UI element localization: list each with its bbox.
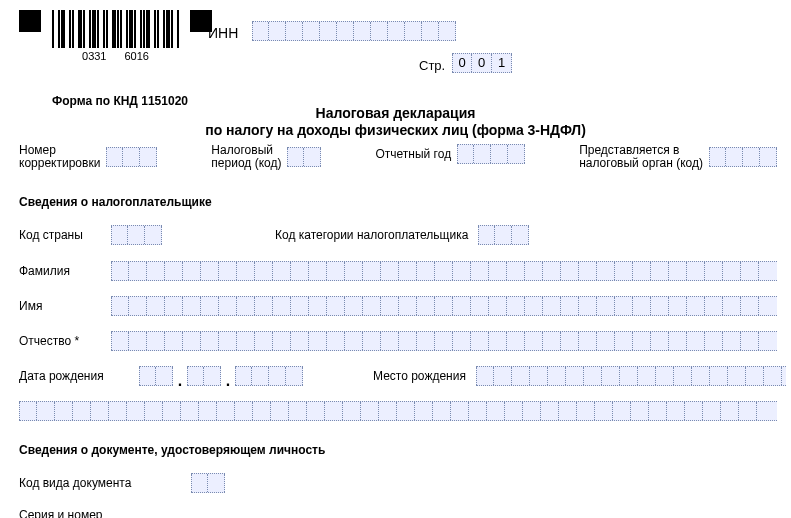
birth-row: Дата рождения . . Место рождения bbox=[19, 366, 786, 386]
surname-label: Фамилия bbox=[19, 264, 111, 278]
report-year-label: Отчетный год bbox=[375, 147, 451, 161]
firstname-row: Имя bbox=[19, 296, 777, 316]
surname-row: Фамилия bbox=[19, 261, 777, 281]
page-digit: 0 bbox=[472, 54, 492, 72]
birth-date-label: Дата рождения bbox=[19, 369, 139, 383]
taxpayer-section-heading: Сведения о налогоплательщике bbox=[19, 195, 212, 209]
birth-place-label: Место рождения bbox=[373, 369, 466, 383]
barcode-left: 0331 bbox=[82, 50, 106, 62]
category-code-row: Код категории налогоплательщика bbox=[275, 225, 529, 245]
top-strip: 0331 6016 bbox=[19, 10, 212, 62]
surname-field[interactable] bbox=[111, 261, 777, 281]
tax-period-label: Налоговый период (код) bbox=[211, 144, 281, 170]
patronymic-row: Отчество * bbox=[19, 331, 777, 351]
country-code-field[interactable] bbox=[111, 225, 162, 245]
correction-label: Номер корректировки bbox=[19, 144, 100, 170]
authority-field[interactable] bbox=[709, 147, 777, 167]
tax-period-label-l2: период (код) bbox=[211, 157, 281, 170]
doc-code-field[interactable] bbox=[191, 473, 225, 493]
correction-number-block: Номер корректировки bbox=[19, 144, 157, 170]
category-code-label: Код категории налогоплательщика bbox=[275, 228, 468, 242]
birth-place-continuation-field[interactable] bbox=[19, 401, 777, 421]
tax-form-page: 0331 6016 ИНН Стр. 0 0 1 Форма по КНД 11… bbox=[0, 0, 791, 518]
inn-label: ИНН bbox=[208, 25, 238, 41]
document-section-heading: Сведения о документе, удостоверяющем лич… bbox=[19, 443, 325, 457]
barcode-right: 6016 bbox=[125, 50, 149, 62]
birth-month-field[interactable] bbox=[187, 366, 221, 386]
report-year-block: Отчетный год bbox=[375, 144, 525, 164]
authority-label-l2: налоговый орган (код) bbox=[579, 157, 703, 170]
birth-year-field[interactable] bbox=[235, 366, 303, 386]
report-year-field[interactable] bbox=[457, 144, 525, 164]
header-parameters-row: Номер корректировки Налоговый период (ко… bbox=[19, 144, 777, 170]
page-number-field: 0 0 1 bbox=[452, 53, 512, 73]
country-code-label: Код страны bbox=[19, 228, 111, 242]
title-line-2: по налогу на доходы физических лиц (форм… bbox=[0, 122, 791, 138]
title-line-1: Налоговая декларация bbox=[0, 105, 791, 121]
barcode-icon bbox=[49, 10, 182, 48]
firstname-field[interactable] bbox=[111, 296, 777, 316]
doc-code-label: Код вида документа bbox=[19, 476, 191, 490]
birth-place-cont-row bbox=[19, 401, 777, 421]
tax-period-block: Налоговый период (код) bbox=[211, 144, 321, 170]
barcode-block: 0331 6016 bbox=[49, 10, 182, 62]
barcode-number: 0331 6016 bbox=[82, 50, 149, 62]
doc-serial-label: Серия и номер bbox=[19, 508, 191, 518]
patronymic-label: Отчество * bbox=[19, 334, 111, 348]
dot-separator: . bbox=[175, 376, 185, 386]
authority-block: Представляется в налоговый орган (код) bbox=[579, 144, 777, 170]
page-digit: 1 bbox=[492, 54, 512, 72]
authority-label: Представляется в налоговый орган (код) bbox=[579, 144, 703, 170]
correction-number-field[interactable] bbox=[106, 147, 157, 167]
dot-separator: . bbox=[223, 376, 233, 386]
inn-field[interactable] bbox=[252, 21, 456, 41]
correction-label-l2: корректировки bbox=[19, 157, 100, 170]
firstname-label: Имя bbox=[19, 299, 111, 313]
doc-serial-row: Серия и номер bbox=[19, 508, 191, 518]
country-code-row: Код страны bbox=[19, 225, 162, 245]
tax-period-field[interactable] bbox=[287, 147, 321, 167]
page-label: Стр. bbox=[419, 58, 445, 73]
page-digit: 0 bbox=[452, 54, 472, 72]
patronymic-field[interactable] bbox=[111, 331, 777, 351]
birth-place-field[interactable] bbox=[476, 366, 786, 386]
doc-code-row: Код вида документа bbox=[19, 473, 225, 493]
birth-day-field[interactable] bbox=[139, 366, 173, 386]
marker-square-left bbox=[19, 10, 41, 32]
category-code-field[interactable] bbox=[478, 225, 529, 245]
